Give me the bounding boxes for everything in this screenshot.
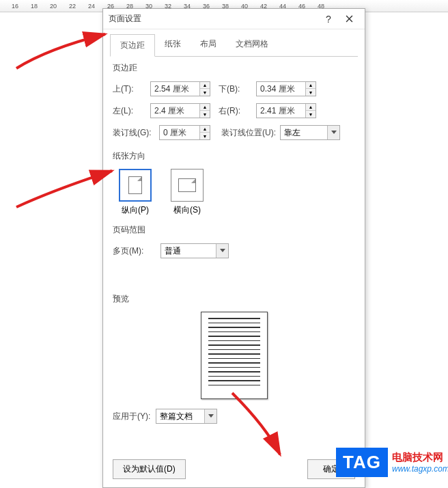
page-setup-dialog: 页面设置 ? 页边距 纸张 布局 文档网格 页边距 上(T): 2.54 厘米 … <box>102 8 365 488</box>
label-bottom: 下(B): <box>219 83 256 95</box>
orientation-portrait[interactable]: 纵向(P) <box>115 169 155 216</box>
tab-paper[interactable]: 纸张 <box>155 33 191 56</box>
spin-down-icon[interactable]: ▼ <box>200 133 210 139</box>
watermark-badge: TAG <box>336 448 388 477</box>
margin-left-spinner[interactable]: 2.4 厘米 ▲▼ <box>150 103 210 118</box>
spin-up-icon[interactable]: ▲ <box>200 82 210 89</box>
watermark-line2: www.tagxp.com <box>392 464 448 474</box>
spin-down-icon[interactable]: ▼ <box>200 111 210 118</box>
gutter-pos-dropdown[interactable]: 靠左 <box>280 125 340 140</box>
dialog-title: 页面设置 <box>109 13 318 25</box>
chevron-down-icon[interactable] <box>204 409 216 423</box>
margin-bottom-value[interactable]: 0.34 厘米 <box>257 83 305 95</box>
tab-layout[interactable]: 布局 <box>191 33 226 56</box>
label-top: 上(T): <box>113 83 150 95</box>
section-preview: 预览 <box>113 293 355 305</box>
margin-right-spinner[interactable]: 2.41 厘米 ▲▼ <box>256 103 316 118</box>
gutter-spinner[interactable]: 0 厘米 ▲▼ <box>159 125 210 140</box>
close-button[interactable] <box>339 10 359 29</box>
arrow-annotation-icon <box>10 21 112 77</box>
section-page-range: 页码范围 <box>113 224 355 236</box>
label-multipage: 多页(M): <box>113 245 160 257</box>
spin-up-icon[interactable]: ▲ <box>306 104 316 111</box>
multipage-value: 普通 <box>161 245 216 257</box>
landscape-page-icon <box>178 178 196 192</box>
apply-to-dropdown[interactable]: 整篇文档 <box>156 409 217 424</box>
help-button[interactable]: ? <box>318 10 339 29</box>
multipage-dropdown[interactable]: 普通 <box>160 243 229 258</box>
set-default-button[interactable]: 设为默认值(D) <box>113 459 186 479</box>
dialog-body: 页边距 上(T): 2.54 厘米 ▲▼ 下(B): 0.34 厘米 ▲▼ 左(… <box>103 62 365 424</box>
label-left: 左(L): <box>113 105 150 117</box>
close-icon <box>346 15 353 23</box>
apply-to-value: 整篇文档 <box>156 411 204 422</box>
spin-up-icon[interactable]: ▲ <box>306 82 316 89</box>
portrait-page-icon <box>128 176 142 194</box>
label-apply-to: 应用于(Y): <box>113 411 150 422</box>
margin-top-spinner[interactable]: 2.54 厘米 ▲▼ <box>150 81 210 96</box>
chevron-down-icon[interactable] <box>216 244 228 258</box>
spin-up-icon[interactable]: ▲ <box>200 126 210 133</box>
gutter-pos-value: 靠左 <box>281 127 327 139</box>
watermark: TAG 电脑技术网 www.tagxp.com <box>336 446 448 478</box>
chevron-down-icon[interactable] <box>327 126 339 139</box>
label-gutter: 装订线(G): <box>113 127 159 139</box>
margin-left-value[interactable]: 2.4 厘米 <box>151 105 199 117</box>
gutter-value[interactable]: 0 厘米 <box>160 127 199 139</box>
section-margins: 页边距 <box>113 62 355 74</box>
margin-top-value[interactable]: 2.54 厘米 <box>151 83 199 95</box>
preview-area <box>113 312 355 399</box>
margin-right-value[interactable]: 2.41 厘米 <box>257 105 305 117</box>
section-orientation: 纸张方向 <box>113 150 355 162</box>
spin-up-icon[interactable]: ▲ <box>200 104 210 111</box>
orientation-landscape[interactable]: 横向(S) <box>167 169 207 216</box>
spin-down-icon[interactable]: ▼ <box>306 89 316 96</box>
tab-margins[interactable]: 页边距 <box>110 34 155 57</box>
dialog-footer: 设为默认值(D) 确定 <box>113 459 355 479</box>
margin-bottom-spinner[interactable]: 0.34 厘米 ▲▼ <box>256 81 316 96</box>
spin-down-icon[interactable]: ▼ <box>200 89 210 96</box>
tab-grid[interactable]: 文档网格 <box>226 33 278 56</box>
label-gutter-pos: 装订线位置(U): <box>219 127 280 139</box>
titlebar: 页面设置 ? <box>103 9 365 29</box>
preview-page-icon <box>201 312 268 399</box>
tab-strip: 页边距 纸张 布局 文档网格 <box>103 29 365 56</box>
watermark-line1: 电脑技术网 <box>392 451 448 464</box>
label-right: 右(R): <box>219 105 256 117</box>
spin-down-icon[interactable]: ▼ <box>306 111 316 118</box>
